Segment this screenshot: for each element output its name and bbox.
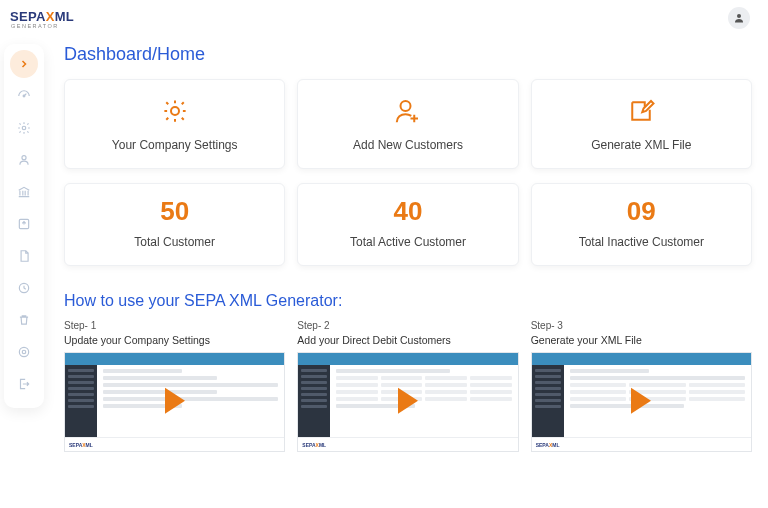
sidebar-toggle[interactable] [10,50,38,78]
step-label: Add your Direct Debit Customers [297,334,518,346]
user-icon [17,153,31,167]
sidebar-item-settings[interactable] [10,114,38,142]
sidebar-item-dashboard[interactable] [10,82,38,110]
stat-label: Total Active Customer [306,235,509,249]
howto-steps: Step- 1 Update your Company Settings SEP… [64,320,752,452]
stat-inactive-customer: 09 Total Inactive Customer [531,183,752,266]
logout-icon [17,377,31,391]
sidebar-item-customers[interactable] [10,146,38,174]
card-add-customers[interactable]: Add New Customers [297,79,518,169]
step-3: Step- 3 Generate your XML File SEPAXML [531,320,752,452]
logo[interactable]: SEPAXML GENERATOR [10,7,74,29]
trash-icon [17,313,31,327]
gear-icon [17,121,31,135]
card-label: Your Company Settings [73,138,276,152]
settings-gear-icon [73,94,276,128]
card-company-settings[interactable]: Your Company Settings [64,79,285,169]
svg-point-9 [400,101,410,111]
svg-point-3 [22,156,26,160]
logo-text-1: SEPA [10,9,46,24]
svg-point-8 [171,107,179,115]
logo-text-2: ML [55,9,74,24]
chevron-right-icon [18,58,30,70]
sidebar-item-logout[interactable] [10,370,38,398]
step-3-video-thumb[interactable]: SEPAXML [531,352,752,452]
stat-label: Total Customer [73,235,276,249]
topbar: SEPAXML GENERATOR [0,0,768,36]
stat-total-customer: 50 Total Customer [64,183,285,266]
step-number: Step- 2 [297,320,518,331]
play-icon [631,388,651,414]
file-edit-icon [540,94,743,128]
howto-heading: How to use your SEPA XML Generator: [64,292,752,310]
export-icon [17,217,31,231]
stat-active-customer: 40 Total Active Customer [297,183,518,266]
bank-icon [17,185,31,199]
stat-label: Total Inactive Customer [540,235,743,249]
user-icon [733,12,745,24]
stat-value: 40 [306,196,509,227]
svg-point-0 [737,14,741,18]
sidebar-item-bank[interactable] [10,178,38,206]
step-number: Step- 1 [64,320,285,331]
step-1-video-thumb[interactable]: SEPAXML [64,352,285,452]
sidebar-item-export[interactable] [10,210,38,238]
main-content: Dashboard/Home Your Company Settings Add… [64,44,752,452]
gauge-icon [17,89,31,103]
svg-point-1 [23,95,25,97]
clock-icon [17,281,31,295]
svg-point-6 [22,350,26,354]
sidebar-item-files[interactable] [10,242,38,270]
card-generate-xml[interactable]: Generate XML File [531,79,752,169]
sidebar-item-trash[interactable] [10,306,38,334]
page-title: Dashboard/Home [64,44,752,65]
stat-value: 09 [540,196,743,227]
play-icon [165,388,185,414]
logo-x: X [46,9,55,24]
card-label: Add New Customers [306,138,509,152]
sidebar-item-pending[interactable] [10,274,38,302]
step-1: Step- 1 Update your Company Settings SEP… [64,320,285,452]
step-number: Step- 3 [531,320,752,331]
step-label: Generate your XML File [531,334,752,346]
action-cards: Your Company Settings Add New Customers … [64,79,752,169]
card-label: Generate XML File [540,138,743,152]
file-icon [17,249,31,263]
stat-value: 50 [73,196,276,227]
sidebar [4,44,44,408]
user-avatar[interactable] [728,7,750,29]
stats-cards: 50 Total Customer 40 Total Active Custom… [64,183,752,266]
cog-icon [17,345,31,359]
play-icon [398,388,418,414]
step-2-video-thumb[interactable]: SEPAXML [297,352,518,452]
svg-point-7 [19,347,28,356]
svg-point-2 [22,126,26,130]
user-plus-icon [306,94,509,128]
sidebar-item-preferences[interactable] [10,338,38,366]
step-2: Step- 2 Add your Direct Debit Customers … [297,320,518,452]
step-label: Update your Company Settings [64,334,285,346]
